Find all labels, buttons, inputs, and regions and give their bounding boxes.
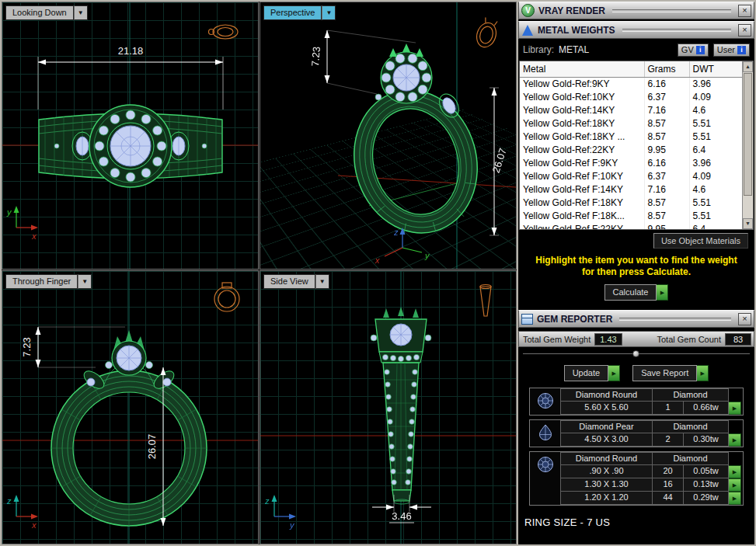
viewport-title-through-finger[interactable]: Through Finger xyxy=(5,274,78,289)
reference-ring-icon xyxy=(474,16,500,50)
header-divider xyxy=(619,318,731,321)
go-arrow-icon: ▶ xyxy=(657,284,668,301)
axis-gizmo: z x xyxy=(6,495,38,530)
jewelry-cad-window: 21.18 xyxy=(0,0,756,546)
round-gem-icon xyxy=(530,388,561,415)
column-header-metal[interactable]: Metal xyxy=(520,61,644,77)
metal-row[interactable]: Yellow Gold-Ref F:9KY6.163.96 xyxy=(520,157,744,170)
dimension-label: 21.18 xyxy=(118,45,144,57)
viewport-looking-down[interactable]: 21.18 xyxy=(2,2,259,270)
x-axis-label: x xyxy=(31,520,37,530)
head-height-dimension: 7.23 xyxy=(21,327,125,367)
gem-count: 1 xyxy=(653,402,684,415)
viewport-grid: 21.18 xyxy=(2,2,517,544)
calculate-instruction: Highlight the item you want to find the … xyxy=(518,255,754,278)
viewport-side-view[interactable]: 3.46 z y Side View ▼ xyxy=(260,270,517,544)
scrollbar-track[interactable] xyxy=(743,196,753,218)
viewport-perspective[interactable]: 7.23 26.07 xyxy=(260,2,517,270)
total-gem-weight-value: 1.43 xyxy=(594,333,622,346)
gem-go-button[interactable]: ▶ xyxy=(729,492,741,505)
head-side xyxy=(371,307,431,363)
dimension-label: 7.23 xyxy=(309,47,322,67)
gem-count: 20 xyxy=(653,465,684,478)
header-divider xyxy=(612,9,731,12)
viewport-dropdown-icon[interactable]: ▼ xyxy=(78,274,92,289)
gem-size: 1.30 X 1.30 xyxy=(561,478,653,492)
column-header-dwt[interactable]: DWT xyxy=(689,61,744,77)
gem-reporter-slider xyxy=(523,349,750,359)
gem-card-pear: Diamond Pear Diamond 4.50 X 3.00 2 0.30t… xyxy=(529,419,744,447)
gem-count: 44 xyxy=(653,492,684,505)
gem-weight: 0.05tw xyxy=(684,465,729,478)
use-object-materials-button[interactable]: Use Object Materials xyxy=(653,233,748,249)
viewport-dropdown-icon[interactable]: ▼ xyxy=(322,5,336,20)
metal-weights-header: METAL WEIGHTS × xyxy=(518,21,754,39)
metal-row[interactable]: Yellow Gold-Ref F:18K...8.575.51 xyxy=(520,210,744,223)
gem-type: Diamond Pear xyxy=(561,420,653,433)
metal-row[interactable]: Yellow Gold-Ref F:14KY7.164.6 xyxy=(520,183,744,196)
metal-row[interactable]: Yellow Gold-Ref F:22KY9.956.4 xyxy=(520,223,744,231)
metal-weights-icon xyxy=(522,25,533,36)
gem-card-round-melee: Diamond Round Diamond .90 X .90 20 0.05t… xyxy=(529,451,744,506)
gem-weight: 0.30tw xyxy=(684,433,729,447)
x-axis-label: x xyxy=(31,231,37,241)
metal-row[interactable]: Yellow Gold-Ref:22KY9.956.4 xyxy=(520,144,744,157)
z-axis-label: z xyxy=(264,496,270,506)
viewport-dropdown-icon[interactable]: ▼ xyxy=(74,5,88,20)
gem-weight: 0.13tw xyxy=(684,478,729,492)
gem-go-button[interactable]: ▶ xyxy=(729,402,741,415)
ring-front-view-drawing: 7.23 26.07 z xyxy=(2,271,258,544)
gem-go-button[interactable]: ▶ xyxy=(729,478,741,492)
viewport-through-finger[interactable]: 7.23 26.07 z xyxy=(2,270,259,544)
gv-button[interactable]: GV i xyxy=(678,43,709,57)
total-gem-count-value: 83 xyxy=(725,333,751,346)
go-arrow-icon: ▶ xyxy=(697,365,709,381)
viewport-title-looking-down[interactable]: Looking Down xyxy=(5,5,74,20)
calculate-button[interactable]: Calculate ▶ xyxy=(604,284,669,301)
viewport-title-perspective[interactable]: Perspective xyxy=(263,5,322,20)
gem-material: Diamond xyxy=(653,388,729,402)
column-header-grams[interactable]: Grams xyxy=(644,61,689,77)
y-axis-label: y xyxy=(6,207,12,217)
viewport-title-side-view[interactable]: Side View xyxy=(263,274,315,289)
total-gem-count-label: Total Gem Count xyxy=(653,335,725,344)
close-icon[interactable]: × xyxy=(738,24,751,37)
tool-panel: V VRAY RENDER × METAL WEIGHTS × Library:… xyxy=(518,2,754,544)
gem-material: Diamond xyxy=(653,452,729,465)
library-value: METAL xyxy=(559,44,589,55)
info-icon: i xyxy=(737,46,746,54)
close-icon[interactable]: × xyxy=(738,313,751,325)
metal-row[interactable]: Yellow Gold-Ref:14KY7.164.6 xyxy=(520,104,744,117)
gem-weight: 0.29tw xyxy=(684,492,729,505)
gem-type: Diamond Round xyxy=(561,452,653,465)
dimension-label: 3.46 xyxy=(392,510,411,522)
metal-row[interactable]: Yellow Gold-Ref:10KY6.374.09 xyxy=(520,91,744,104)
update-button[interactable]: Update ▶ xyxy=(564,365,620,381)
reference-object-icon xyxy=(480,285,491,317)
total-gem-weight-label: Total Gem Weight xyxy=(519,335,594,344)
scroll-up-icon[interactable]: ▲ xyxy=(743,61,753,72)
gem-totals-bar: Total Gem Weight 1.43 Total Gem Count 83 xyxy=(518,331,754,347)
gem-go-button[interactable]: ▶ xyxy=(729,465,741,478)
save-report-button[interactable]: Save Report ▶ xyxy=(632,365,709,381)
metal-row[interactable]: Yellow Gold-Ref F:18KY8.575.51 xyxy=(520,196,744,210)
table-scrollbar[interactable]: ▲ ▼ xyxy=(742,61,753,229)
scroll-down-icon[interactable]: ▼ xyxy=(743,218,753,229)
metal-weights-table: Metal Grams DWT Yellow Gold-Ref:9KY6.163… xyxy=(520,61,744,230)
scrollbar-thumb[interactable] xyxy=(744,73,752,196)
gem-go-button[interactable]: ▶ xyxy=(729,433,741,447)
slider-knob[interactable] xyxy=(632,350,639,357)
metal-row[interactable]: Yellow Gold-Ref:18KY8.575.51 xyxy=(520,117,744,130)
close-icon[interactable]: × xyxy=(738,5,751,17)
reference-ring-icon xyxy=(209,25,239,39)
gem-material: Diamond xyxy=(653,420,729,433)
gem-size: .90 X .90 xyxy=(561,465,653,478)
metal-row[interactable]: Yellow Gold-Ref:9KY6.163.96 xyxy=(520,77,744,91)
user-button[interactable]: User i xyxy=(713,43,750,57)
round-gem-icon xyxy=(530,452,561,505)
metal-row[interactable]: Yellow Gold-Ref F:10KY6.374.09 xyxy=(520,170,744,183)
x-axis-label: x xyxy=(375,256,380,265)
y-axis-label: y xyxy=(289,520,295,530)
viewport-dropdown-icon[interactable]: ▼ xyxy=(315,274,329,289)
metal-row[interactable]: Yellow Gold-Ref:18KY ...8.575.51 xyxy=(520,130,744,144)
